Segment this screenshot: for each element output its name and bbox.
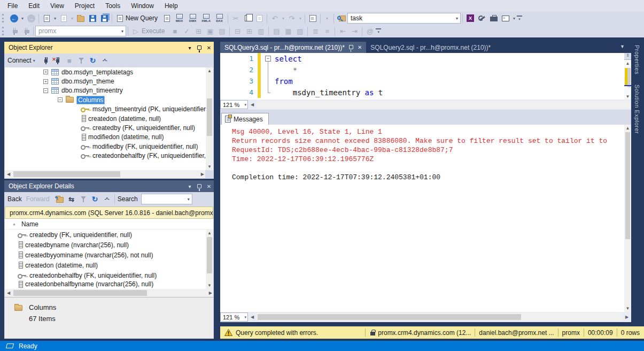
scroll-up-arrow[interactable]: ▲ (624, 125, 631, 131)
messages-horizontal-scrollbar[interactable] (257, 313, 623, 321)
connect-dropdown-button[interactable]: Connect (7, 57, 32, 64)
menu-item-window[interactable]: Window (126, 1, 159, 11)
tree-expander[interactable]: + (43, 70, 48, 74)
tabstrip-overflow-dropdown[interactable]: ▼ (620, 44, 625, 49)
toolbox-button[interactable] (488, 12, 500, 24)
navigate-forward-button[interactable]: → (25, 12, 37, 24)
details-row[interactable]: createdbyyominame (nvarchar(256), not nu… (5, 250, 213, 260)
toolbar-grip-2[interactable] (2, 27, 5, 35)
results-to-grid-button[interactable]: ▦ (282, 25, 294, 37)
code-line[interactable]: 4 msdyn_timeentry as t (220, 87, 616, 98)
results-to-text-button[interactable]: ▤ (270, 25, 282, 37)
command-window-button[interactable]: > (500, 12, 511, 24)
scrollbar-thumb[interactable] (258, 314, 521, 320)
details-row[interactable]: createdonbehalfbyname (nvarchar(256), nu… (5, 280, 213, 288)
tree-item[interactable]: +dbo.msdyn_templatetags (5, 67, 213, 77)
details-row[interactable]: createdonbehalfby (FK, uniqueidentifier,… (5, 270, 213, 280)
save-button[interactable] (87, 12, 98, 24)
details-row[interactable]: createdon (datetime, null) (5, 260, 213, 270)
connect-dropdown-caret[interactable]: ▾ (32, 58, 37, 63)
filter-icon[interactable] (77, 193, 89, 205)
tree-item[interactable]: +dbo.msdyn_theme (5, 77, 213, 86)
scroll-left-arrow[interactable]: ◀ (5, 291, 12, 295)
new-mdx-query-button[interactable]: MDX (173, 14, 186, 22)
back-button[interactable]: Back (7, 195, 22, 203)
scroll-up-arrow[interactable]: ▲ (624, 61, 631, 66)
results-to-file-button[interactable]: ▧ (294, 25, 306, 37)
database-engine-query-button[interactable] (161, 12, 173, 24)
increase-indent-button[interactable]: ⇥ (348, 25, 360, 37)
tree-item[interactable]: modifiedby (FK, uniqueidentifier, null) (5, 142, 213, 151)
object-explorer-titlebar[interactable]: Object Explorer ▾ ✕ (4, 42, 214, 54)
tab-messages[interactable]: Messages (221, 113, 269, 125)
tree-vertical-scrollbar[interactable]: ▲ ▼ (206, 67, 213, 170)
editor-horizontal-scrollbar[interactable] (257, 101, 631, 109)
connect-server-button[interactable] (40, 55, 52, 66)
include-actual-plan-button[interactable]: ⊟ (231, 25, 243, 37)
open-file-button[interactable] (75, 12, 87, 24)
editor-zoom-combobox[interactable]: 121 % ▾ (220, 100, 248, 109)
refresh-icon[interactable]: ↻ (87, 55, 99, 66)
database-combobox-caret[interactable]: ▾ (119, 29, 126, 34)
new-xmla-query-button[interactable]: XMLA (199, 14, 213, 22)
pin-icon[interactable] (195, 184, 204, 189)
tab-properties[interactable]: Properties (634, 45, 640, 74)
scroll-down-arrow[interactable]: ▼ (206, 283, 213, 288)
paste-button[interactable] (253, 12, 265, 24)
filter-icon[interactable] (75, 55, 87, 66)
redo-dropdown[interactable]: ▾ (298, 16, 303, 21)
scroll-down-arrow[interactable]: ▼ (624, 306, 631, 311)
copy-button[interactable] (242, 12, 253, 24)
scroll-right-arrow[interactable]: ▶ (209, 291, 212, 295)
scroll-left-arrow[interactable]: ◀ (248, 315, 257, 319)
activity-monitor-icon[interactable]: -^- (99, 55, 111, 66)
database-combobox[interactable]: promx ▾ (35, 26, 126, 36)
new-dax-query-button[interactable]: DAX (213, 14, 226, 22)
add-item-button[interactable] (58, 12, 69, 24)
new-project-dropdown[interactable]: ▾ (52, 16, 58, 21)
close-icon[interactable]: ✕ (204, 45, 214, 51)
details-horizontal-scrollbar[interactable]: ◀ ▶ (5, 289, 213, 297)
tab-close-icon[interactable]: ✕ (358, 44, 362, 50)
disconnect-server-button[interactable]: ✕ (52, 55, 64, 66)
search-combobox-caret[interactable]: ▾ (185, 197, 192, 202)
disabled-combo-dropdown[interactable]: ▾ (322, 16, 332, 21)
scroll-up-arrow[interactable]: ▲ (206, 230, 213, 235)
messages-vertical-scrollbar[interactable]: ▲ ▼ (624, 125, 631, 312)
sqlcmd-mode-button[interactable]: @ (364, 25, 376, 37)
code-line[interactable]: 1select (220, 53, 616, 64)
messages-zoom-combobox[interactable]: 121 % ▾ (220, 312, 248, 322)
task-combobox-caret[interactable]: ▾ (454, 16, 460, 21)
scrollbar-thumb[interactable] (625, 132, 630, 239)
query-options-button[interactable] (307, 12, 319, 24)
scroll-up-arrow[interactable]: ▲ (206, 67, 213, 73)
cut-button[interactable]: ✂ (230, 12, 242, 24)
scroll-down-arrow[interactable]: ▼ (206, 164, 213, 169)
scroll-right-arrow[interactable]: ▶ (201, 172, 204, 177)
messages-pane[interactable]: Msg 40000, Level 16, State 1, Line 1Retu… (220, 125, 631, 312)
splitter-handle[interactable] (624, 53, 631, 60)
uncomment-button[interactable]: ≡ (321, 25, 333, 37)
menu-item-project[interactable]: Project (69, 1, 100, 11)
tree-item[interactable]: msdyn_timeentryid (PK, uniqueidentifier, (5, 105, 213, 114)
details-column-header[interactable]: ▲ Name (5, 219, 213, 230)
tree-expander[interactable]: + (43, 79, 48, 84)
details-row[interactable]: createdby (FK, uniqueidentifier, null) (5, 230, 213, 240)
window-position-icon[interactable]: ▾ (185, 184, 195, 189)
menu-item-edit[interactable]: Edit (23, 1, 45, 11)
parse-button[interactable]: ✓ (181, 25, 192, 37)
execute-button[interactable]: Execute (142, 27, 169, 35)
stop-icon[interactable]: ■ (64, 55, 75, 66)
details-list[interactable]: createdby (FK, uniqueidentifier, null)cr… (5, 230, 213, 289)
add-item-dropdown[interactable]: ▾ (69, 16, 75, 21)
close-icon[interactable]: ✕ (204, 184, 214, 189)
forward-button[interactable]: Forward (26, 195, 50, 203)
object-explorer-tree[interactable]: +dbo.msdyn_templatetags+dbo.msdyn_theme−… (5, 67, 213, 170)
details-titlebar[interactable]: Object Explorer Details ▾ ✕ (4, 180, 214, 192)
navigate-back-button[interactable]: ← (8, 12, 20, 24)
menu-item-file[interactable]: File (2, 1, 23, 11)
window-position-icon[interactable]: ▾ (185, 45, 195, 51)
query-designer-button[interactable]: ▣ (204, 25, 216, 37)
document-tab-2[interactable]: SQLQuery2.sql - pr...h@promx.net (210))* (366, 42, 495, 53)
tab-pin-icon[interactable] (349, 44, 353, 50)
